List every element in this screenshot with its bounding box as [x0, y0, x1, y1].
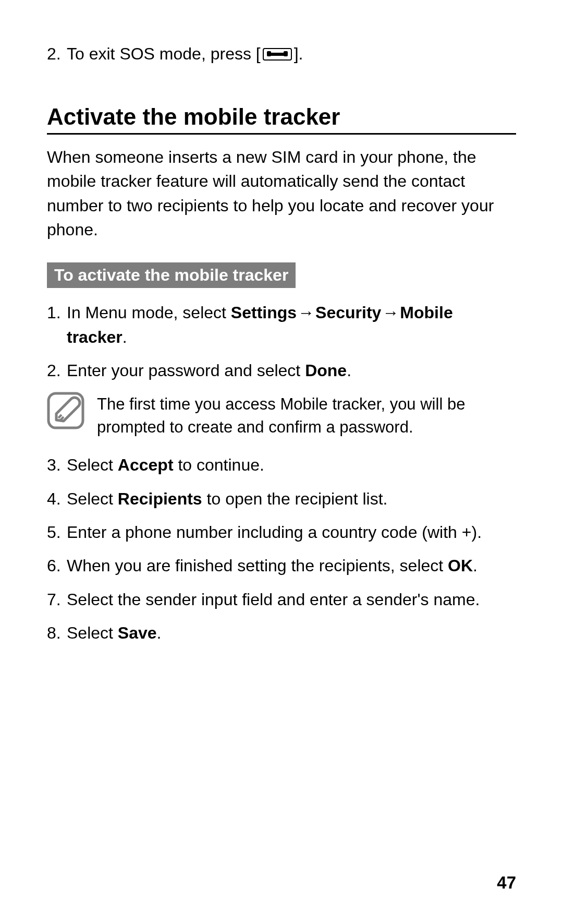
step-4: 4. Select Recipients to open the recipie…: [47, 487, 516, 511]
step-text: When you are finished setting the recipi…: [67, 554, 516, 578]
note-text: The first time you access Mobile tracker…: [97, 392, 516, 438]
step-7: 7. Select the sender input field and ent…: [47, 587, 516, 611]
step-text: In Menu mode, select Settings → Security…: [67, 301, 516, 349]
step-text: Select Save.: [67, 621, 516, 645]
svg-line-5: [58, 415, 62, 418]
sub-heading: To activate the mobile tracker: [47, 262, 296, 288]
step-6: 6. When you are finished setting the rec…: [47, 554, 516, 578]
note-icon: [47, 392, 84, 429]
page-number: 47: [497, 873, 516, 893]
step-number: 6.: [47, 554, 67, 578]
step-number: 2.: [47, 42, 67, 67]
step-text: Enter a phone number including a country…: [67, 520, 516, 544]
step-text: Select Recipients to open the recipient …: [67, 487, 516, 511]
intro-paragraph: When someone inserts a new SIM card in y…: [47, 145, 516, 242]
step-text: To exit SOS mode, press [].: [67, 42, 516, 67]
step-text: Select Accept to continue.: [67, 453, 516, 477]
svg-line-6: [60, 417, 64, 420]
end-call-key-icon: [263, 43, 292, 67]
step-1: 1. In Menu mode, select Settings → Secur…: [47, 301, 516, 349]
step-number: 5.: [47, 520, 67, 544]
step-number: 4.: [47, 487, 67, 511]
step-8: 8. Select Save.: [47, 621, 516, 645]
step-text: Select the sender input field and enter …: [67, 587, 516, 611]
section-heading: Activate the mobile tracker: [47, 104, 516, 135]
step-text: Enter your password and select Done.: [67, 358, 516, 382]
step-number: 7.: [47, 587, 67, 611]
step-number: 2.: [47, 358, 67, 382]
step-number: 3.: [47, 453, 67, 477]
note-row: The first time you access Mobile tracker…: [47, 392, 516, 438]
sos-exit-step: 2. To exit SOS mode, press [].: [47, 42, 516, 67]
steps-list: 1. In Menu mode, select Settings → Secur…: [47, 301, 516, 645]
step-2: 2. Enter your password and select Done.: [47, 358, 516, 382]
step-number: 8.: [47, 621, 67, 645]
step-3: 3. Select Accept to continue.: [47, 453, 516, 477]
svg-rect-3: [284, 51, 288, 56]
step-5: 5. Enter a phone number including a coun…: [47, 520, 516, 544]
svg-rect-2: [267, 51, 271, 56]
step-number: 1.: [47, 301, 67, 349]
